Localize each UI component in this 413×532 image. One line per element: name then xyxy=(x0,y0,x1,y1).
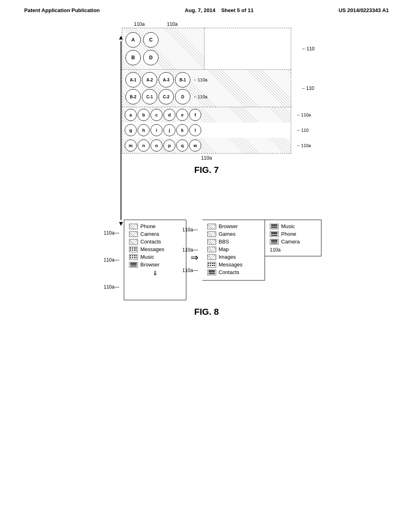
fig7-top-label-1: 110a xyxy=(134,21,145,27)
circle-p: p xyxy=(163,139,175,152)
circle-A2: A-2 xyxy=(142,72,157,87)
circle-C1: C-1 xyxy=(142,89,157,104)
section3-row2: g h i j k l ←110 xyxy=(122,123,291,138)
panel1-music: Music xyxy=(129,254,181,260)
circle-m: m xyxy=(125,139,137,152)
panel2: Browser Games BBS Map xyxy=(202,220,265,281)
section1-white xyxy=(204,28,291,70)
circle-a: a xyxy=(125,109,137,121)
fig7-sections: A C B D ←110 A-1 A-2 xyxy=(122,28,291,154)
panel3-wrapper: Music Phone xyxy=(265,220,321,256)
panel3-camera-label: Camera xyxy=(281,239,300,245)
panel1-contacts: Contacts xyxy=(129,239,181,245)
page-header: Patent Application Publication Aug. 7, 2… xyxy=(0,0,413,13)
circle-C: C xyxy=(143,32,159,48)
panel3: Music Phone xyxy=(265,220,321,256)
lines-icon-music xyxy=(270,224,279,229)
panel1-down-arrow: ⇓ xyxy=(129,269,181,277)
fig7-wrapper: ▲ ▼ A C B D xyxy=(106,28,307,154)
p2-label-mid: 110a— xyxy=(182,247,198,253)
circle-g: g xyxy=(125,124,137,136)
panel2-map: Map xyxy=(207,246,260,252)
circle-k: k xyxy=(176,124,188,136)
circle-w: w xyxy=(189,139,201,152)
section3: a b c d e f ←110a g h i j k l ←110 xyxy=(122,107,291,154)
lines-icon-phone xyxy=(270,231,279,237)
header-center: Aug. 7, 2014 Sheet 5 of 11 xyxy=(185,7,254,13)
panel2-contacts-label: Contacts xyxy=(219,269,239,275)
circle-i: i xyxy=(150,124,163,136)
panel2-bbs: BBS xyxy=(207,239,260,245)
circle-n: n xyxy=(138,139,150,152)
circle-D: D xyxy=(175,89,190,104)
header-left: Patent Application Publication xyxy=(24,7,100,13)
lines-icon-camera xyxy=(270,239,279,245)
p1-label-mid: 110a— xyxy=(104,257,119,263)
p1-label-bot: 110a— xyxy=(104,284,119,290)
fig8-diagram: 110a— 110a— 110a— Phone Camera Con xyxy=(124,220,321,300)
panel2-browser-label: Browser xyxy=(219,223,238,229)
panel3-label: 110a xyxy=(270,247,316,253)
panel2-map-label: Map xyxy=(219,246,229,252)
section1: A C B D ←110 xyxy=(122,28,291,70)
panel2-browser: Browser xyxy=(207,223,260,229)
label-110-row2: ←110 xyxy=(297,128,309,133)
section2-row1: A-1 A-2 A-3 B-1 ←110a xyxy=(125,72,288,87)
circle-A3: A-3 xyxy=(159,72,174,87)
hatch-icon-camera xyxy=(129,231,138,237)
fig7-top-label-2: 110a xyxy=(167,21,178,27)
circle-l: l xyxy=(189,124,201,136)
circle-c: c xyxy=(150,109,163,121)
section1-hatched: A C B D xyxy=(122,28,204,70)
fig7-top-labels: 110a 110a xyxy=(122,21,291,27)
circle-B: B xyxy=(125,50,141,65)
panel1-camera-label: Camera xyxy=(140,231,159,237)
hatch-icon-images xyxy=(207,254,216,260)
circle-A: A xyxy=(125,32,141,48)
fig7-label: FIG. 7 xyxy=(194,165,219,175)
panel1-music-label: Music xyxy=(140,254,154,260)
label-110a-row3: ←110a xyxy=(297,143,311,148)
circle-d: d xyxy=(163,109,175,121)
panel1-contacts-label: Contacts xyxy=(140,239,161,245)
panel2-images: Images xyxy=(207,254,260,260)
circle-q: q xyxy=(176,139,188,152)
panel3-camera: Camera xyxy=(270,239,316,245)
circle-o: o xyxy=(150,139,163,152)
fig7-bottom-label: 110a xyxy=(201,155,212,161)
section2: A-1 A-2 A-3 B-1 ←110a B-2 C-1 C-2 D ←110… xyxy=(122,70,291,107)
hatch-icon-games xyxy=(207,231,216,237)
circle-A1: A-1 xyxy=(125,72,141,87)
section3-row3: m n o p q w ←110a xyxy=(122,138,291,153)
panel1-phone: Phone xyxy=(129,223,181,229)
p2-label-top: 110a— xyxy=(182,227,198,233)
fig8-area: 110a— 110a— 110a— Phone Camera Con xyxy=(0,220,413,317)
section1-right-label: ←110 xyxy=(302,46,315,52)
panel1-left-labels: 110a— 110a— 110a— xyxy=(104,220,119,300)
circle-h: h xyxy=(138,124,150,136)
circle-e: e xyxy=(176,109,188,121)
fig7-area: 110a 110a ▲ ▼ A C B D xyxy=(0,21,413,175)
lines-icon-contacts xyxy=(207,270,216,275)
dots-icon-messages xyxy=(129,247,138,252)
panel2-messages: Messages xyxy=(207,262,260,268)
panel2-games-label: Games xyxy=(219,231,236,237)
panel3-phone: Phone xyxy=(270,231,316,237)
panel3-phone-label: Phone xyxy=(281,231,296,237)
circle-j: j xyxy=(163,124,175,136)
panel1-wrapper: 110a— 110a— 110a— Phone Camera Con xyxy=(124,220,186,300)
hatch-icon-phone xyxy=(129,224,138,229)
circle-D: D xyxy=(143,50,159,65)
hatch-icon-map xyxy=(207,247,216,252)
label-110a-s2r1: ←110a xyxy=(193,72,207,87)
circle-B2: B-2 xyxy=(125,89,141,104)
fig8-label: FIG. 8 xyxy=(194,307,219,317)
p1-label-top: 110a— xyxy=(104,230,119,236)
label-110a-row1: ←110a xyxy=(297,112,311,117)
section2-right-label: ←110 xyxy=(301,85,314,91)
panel1-browser: Browser xyxy=(129,262,181,268)
panel2-images-label: Images xyxy=(219,254,236,260)
lines-icon-browser xyxy=(129,262,138,268)
panel1-camera: Camera xyxy=(129,231,181,237)
panel2-contacts: Contacts xyxy=(207,269,260,275)
